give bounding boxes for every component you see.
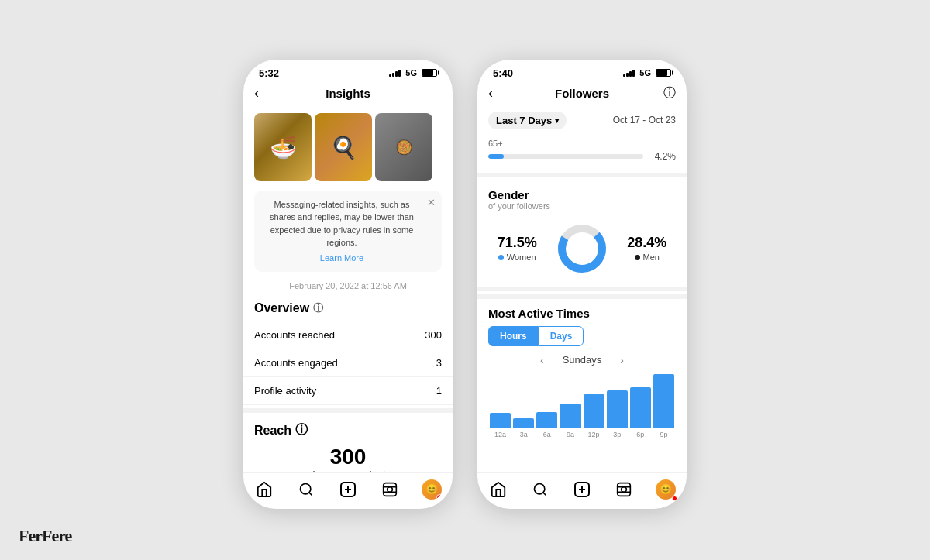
overview-section-title: Overview ⓘ: [243, 297, 453, 321]
overview-value-1: 3: [436, 357, 442, 369]
plus-nav-left[interactable]: [338, 479, 358, 500]
prev-day-button[interactable]: ‹: [540, 354, 544, 366]
nav-header-right: ‹ Followers ⓘ: [477, 82, 687, 105]
svg-line-12: [543, 492, 546, 495]
svg-point-6: [388, 486, 393, 492]
men-text: Men: [643, 253, 660, 262]
back-button-right[interactable]: ‹: [488, 85, 493, 101]
day-label: Sundays: [563, 354, 602, 366]
page-title-right: Followers: [555, 87, 609, 100]
women-stat: 71.5% Women: [498, 235, 537, 262]
reels-nav-left[interactable]: [380, 479, 400, 500]
women-text: Women: [507, 253, 536, 262]
search-nav-left[interactable]: [296, 479, 316, 500]
reach-label: Reach: [254, 424, 291, 438]
reach-title: Reach ⓘ: [254, 422, 442, 438]
bar-label-1: 3a: [513, 431, 534, 438]
right-phone: 5:40 5G ‹ Followers ⓘ Last 7 Days: [477, 60, 687, 509]
overview-label-2: Profile activity: [254, 385, 316, 397]
tab-hours[interactable]: Hours: [488, 326, 539, 346]
search-nav-right[interactable]: [530, 479, 550, 500]
gender-subtitle: of your followers: [488, 201, 676, 211]
learn-more-link[interactable]: Learn More: [264, 252, 420, 265]
date-range: Oct 17 - Oct 23: [613, 115, 676, 125]
reach-section: Reach ⓘ 300 Accounts reached: [243, 408, 453, 472]
overview-value-2: 1: [436, 385, 442, 397]
status-bar-left: 5:32 5G: [243, 60, 453, 82]
svg-rect-5: [384, 483, 397, 496]
bar-5: [607, 390, 628, 428]
post-timestamp: February 20, 2022 at 12:56 AM: [243, 278, 453, 297]
overview-row-2: Profile activity 1: [243, 377, 453, 405]
age-bar-fill: [488, 154, 504, 159]
status-icons-left: 5G: [389, 68, 437, 77]
signal-bars-right: [623, 70, 635, 77]
bar-label-4: 12p: [584, 431, 604, 438]
overview-row-0: Accounts reached 300: [243, 321, 453, 349]
reach-info-icon[interactable]: ⓘ: [295, 422, 308, 438]
bar-label-2: 6a: [536, 431, 557, 438]
avatar-nav-right[interactable]: 😊: [656, 479, 676, 500]
status-icons-right: 5G: [623, 68, 671, 77]
next-day-button[interactable]: ›: [620, 354, 624, 366]
bar-label-3: 9a: [560, 431, 580, 438]
close-notice-button[interactable]: ✕: [427, 195, 436, 211]
overview-label-0: Accounts reached: [254, 329, 335, 341]
bottom-nav-left: 😊: [243, 472, 453, 509]
left-phone-content: ✕ Messaging-related insights, such as sh…: [243, 105, 453, 472]
svg-line-1: [309, 492, 312, 495]
bottom-nav-right: 😊: [477, 472, 687, 509]
men-stat: 28.4% Men: [627, 235, 666, 262]
reels-nav-right[interactable]: [614, 479, 634, 500]
bar-label-5: 3p: [607, 431, 628, 438]
home-nav-left[interactable]: [254, 479, 274, 500]
women-dot: [498, 255, 504, 260]
bar-6: [630, 387, 651, 428]
bar-4: [584, 394, 604, 428]
filter-dropdown[interactable]: Last 7 Days ▾: [488, 112, 567, 129]
info-button-right[interactable]: ⓘ: [663, 85, 676, 101]
overview-value-0: 300: [425, 329, 442, 341]
back-button-left[interactable]: ‹: [254, 85, 259, 101]
story-img-3[interactable]: [375, 113, 432, 181]
women-label: Women: [498, 253, 536, 262]
page-title-left: Insights: [326, 87, 370, 100]
home-nav-right[interactable]: [488, 479, 508, 500]
most-active-title: Most Active Times: [488, 307, 676, 320]
overview-label-1: Accounts engaged: [254, 357, 338, 369]
network-left: 5G: [405, 68, 417, 77]
bar-7: [653, 374, 674, 428]
network-right: 5G: [639, 68, 651, 77]
women-pct: 71.5%: [498, 235, 537, 251]
status-bar-right: 5:40 5G: [477, 60, 687, 82]
age-bar-track: [488, 154, 643, 159]
avatar-nav-left[interactable]: 😊: [422, 479, 442, 500]
overview-row-1: Accounts engaged 3: [243, 349, 453, 377]
battery-right: [656, 69, 671, 77]
plus-nav-right[interactable]: [572, 479, 592, 500]
story-img-1[interactable]: [254, 113, 312, 181]
most-active-section: Most Active Times Hours Days ‹ Sundays ›: [477, 294, 687, 443]
chevron-down-icon: ▾: [555, 116, 559, 125]
bar-chart-labels: 12a 3a 6a 9a 12p 3p 6p 9p: [488, 428, 676, 438]
age-label: 65+: [488, 139, 676, 148]
gender-chart: 71.5% Women 28.4%: [488, 218, 676, 279]
filter-label: Last 7 Days: [496, 115, 552, 126]
story-img-2[interactable]: [315, 113, 372, 181]
time-left: 5:32: [259, 67, 279, 79]
reach-number: 300: [254, 445, 442, 469]
svg-point-0: [301, 483, 311, 493]
age-bar-section: 65+ 4.2%: [477, 136, 687, 170]
gender-donut: [555, 222, 609, 276]
tab-days[interactable]: Days: [539, 326, 584, 346]
gender-title: Gender: [488, 188, 676, 201]
divider-2: [477, 287, 687, 291]
privacy-notice: ✕ Messaging-related insights, such as sh…: [254, 191, 442, 273]
day-navigation: ‹ Sundays ›: [488, 354, 676, 366]
overview-info-icon[interactable]: ⓘ: [313, 301, 323, 315]
bar-2: [536, 412, 557, 428]
story-images: [243, 105, 453, 187]
left-phone: 5:32 5G ‹ Insights: [243, 60, 453, 509]
svg-rect-16: [618, 483, 631, 496]
battery-left: [422, 69, 437, 77]
